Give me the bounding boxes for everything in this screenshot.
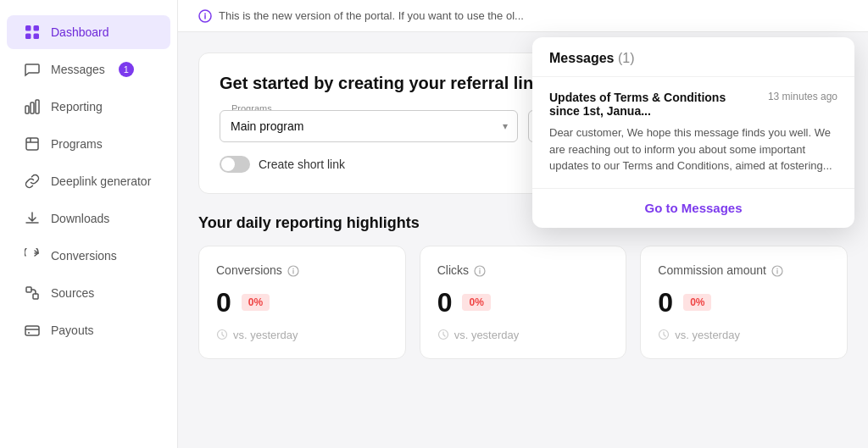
popup-msg-body: Dear customer, We hope this message find… [549, 124, 837, 174]
sidebar: Dashboard Messages 1 Reporting [0, 0, 178, 448]
sidebar-item-label: Reporting [51, 100, 103, 113]
sidebar-item-label: Deeplink generator [51, 174, 151, 188]
source-icon [24, 285, 41, 301]
popup-message-item[interactable]: Updates of Terms & Conditions since 1st,… [532, 77, 854, 189]
sidebar-item-label: Downloads [51, 212, 109, 225]
box-icon [24, 136, 41, 152]
message-icon [24, 61, 41, 78]
messages-badge: 1 [119, 62, 134, 77]
sidebar-item-reporting[interactable]: Reporting [7, 90, 170, 124]
sidebar-item-label: Conversions [51, 249, 117, 263]
sidebar-item-label: Payouts [51, 324, 94, 337]
grid-icon [24, 24, 41, 41]
popup-title: Messages [549, 51, 615, 65]
sidebar-item-downloads[interactable]: Downloads [7, 202, 170, 235]
popup-header: Messages (1) [532, 37, 854, 77]
svg-rect-10 [25, 326, 39, 335]
link-icon [24, 173, 41, 190]
chart-icon [24, 98, 41, 115]
download-icon [24, 210, 41, 227]
sidebar-item-sources[interactable]: Sources [7, 276, 170, 310]
svg-rect-0 [25, 25, 31, 31]
popup-msg-header: Updates of Terms & Conditions since 1st,… [549, 91, 837, 118]
refresh-icon [24, 247, 41, 264]
sidebar-item-programs[interactable]: Programs [7, 127, 170, 161]
svg-point-11 [28, 332, 30, 334]
svg-rect-7 [26, 138, 38, 150]
svg-rect-4 [25, 106, 29, 113]
sidebar-item-conversions[interactable]: Conversions [7, 239, 170, 273]
popup-overlay: Messages (1) Updates of Terms & Conditio… [178, 0, 868, 448]
sidebar-item-payouts[interactable]: Payouts [7, 313, 170, 347]
sidebar-item-deeplink[interactable]: Deeplink generator [7, 164, 170, 198]
payout-icon [24, 322, 41, 339]
sidebar-item-label: Messages [51, 63, 105, 76]
svg-rect-1 [34, 25, 40, 31]
svg-rect-3 [34, 34, 40, 40]
sidebar-item-label: Programs [51, 137, 103, 151]
svg-rect-9 [33, 294, 38, 299]
popup-msg-title: Updates of Terms & Conditions since 1st,… [549, 91, 758, 118]
svg-rect-8 [26, 287, 31, 292]
svg-rect-5 [31, 102, 34, 113]
messages-popup: Messages (1) Updates of Terms & Conditio… [532, 37, 854, 228]
svg-rect-6 [36, 100, 39, 113]
sidebar-item-label: Sources [51, 286, 94, 300]
sidebar-item-dashboard[interactable]: Dashboard [7, 15, 170, 49]
popup-msg-time: 13 minutes ago [768, 91, 837, 102]
sidebar-item-label: Dashboard [51, 25, 109, 39]
svg-rect-2 [25, 34, 31, 40]
sidebar-item-messages[interactable]: Messages 1 [7, 53, 170, 86]
popup-count: (1) [618, 51, 635, 65]
go-to-messages-button[interactable]: Go to Messages [644, 201, 742, 215]
main-content: This is the new version of the portal. I… [178, 0, 868, 448]
popup-footer: Go to Messages [532, 189, 854, 228]
